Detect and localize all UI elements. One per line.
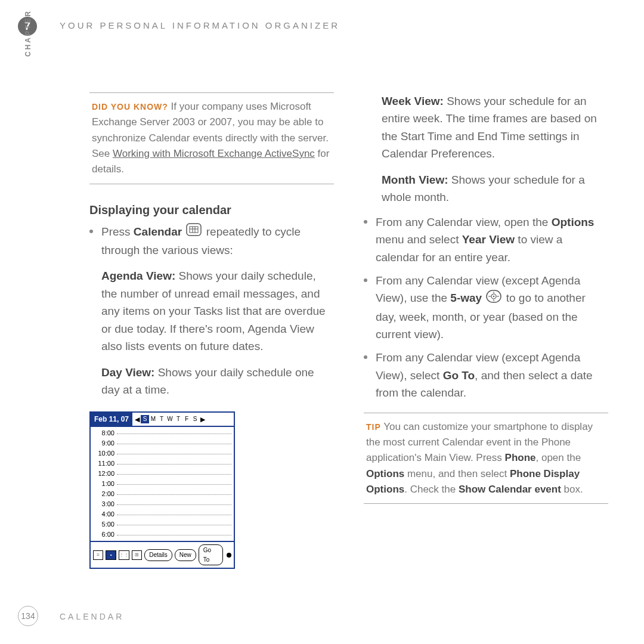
list-item: From any Calendar view (except Agenda Vi… — [364, 272, 608, 343]
left-column: DID YOU KNOW? If your company uses Micro… — [89, 92, 334, 569]
day-cell[interactable]: W — [166, 415, 174, 423]
calendar-button-icon — [186, 223, 202, 241]
view-icon[interactable]: • — [106, 550, 116, 560]
time-label: 3:00 — [93, 499, 117, 509]
nav-bold-1: 5-way — [450, 292, 482, 304]
time-label: 1:00 — [93, 479, 117, 489]
next-arrow-icon[interactable]: ▶ — [199, 414, 206, 425]
year-bold-2: Year View — [462, 233, 515, 246]
chapter-side-label: CHAPTER — [24, 3, 32, 57]
goto-bold-1: Go To — [443, 369, 475, 382]
day-cell[interactable]: T — [157, 415, 166, 423]
page-number: 134 — [18, 606, 38, 626]
time-label: 9:00 — [93, 438, 117, 448]
tip-b1: Phone — [505, 452, 536, 463]
svg-rect-0 — [187, 224, 201, 236]
new-button[interactable]: New — [175, 549, 196, 561]
bullet-icon — [364, 278, 367, 282]
week-bold: Week View: — [382, 95, 444, 107]
day-cell[interactable]: S — [191, 415, 199, 423]
bullet-icon — [364, 355, 367, 359]
time-label: 4:00 — [93, 509, 117, 519]
tip-t4: . Check the — [404, 484, 459, 495]
tip-callout: TIP You can customize your smartphone to… — [364, 413, 608, 504]
bullet-icon — [364, 220, 367, 224]
header-title: YOUR PERSONAL INFORMATION ORGANIZER — [60, 20, 340, 30]
list-item: Press Calendar repeatedly to cycle throu… — [89, 223, 334, 399]
five-way-icon — [486, 290, 501, 308]
tip-t5: box. — [561, 484, 583, 495]
details-button[interactable]: Details — [144, 549, 172, 561]
day-view-screenshot: Feb 11, 07 ◀ S M T W T F S ▶ 8:00 9:00 1… — [89, 411, 235, 569]
indicator-dot-icon — [227, 553, 231, 558]
view-icon[interactable]: ≡ — [93, 550, 103, 560]
time-label: 5:00 — [93, 519, 117, 530]
list-item: From any Calendar view (except Agenda Vi… — [364, 349, 608, 401]
tip-label: TIP — [366, 422, 381, 432]
footer-label: CALENDAR — [60, 612, 124, 621]
time-label: 11:00 — [93, 459, 117, 469]
screenshot-body: 8:00 9:00 10:00 11:00 12:00 1:00 2:00 3:… — [91, 427, 234, 541]
year-text-1: From any Calendar view, open the — [376, 216, 552, 228]
svg-rect-1 — [190, 227, 198, 233]
day-cell[interactable]: T — [174, 415, 182, 423]
month-bold: Month View: — [382, 174, 448, 186]
day-cell[interactable]: F — [182, 415, 191, 423]
time-label: 2:00 — [93, 489, 117, 499]
year-bold-1: Options — [552, 216, 595, 228]
tip-b4: Show Calendar event — [459, 484, 561, 495]
goto-button[interactable]: Go To — [199, 544, 224, 565]
did-you-know-callout: DID YOU KNOW? If your company uses Micro… — [89, 92, 334, 184]
bullet-icon — [89, 230, 93, 233]
day-cell[interactable]: S — [141, 415, 149, 423]
day-bold: Day View: — [101, 366, 154, 379]
svg-point-7 — [493, 296, 494, 297]
tip-b2: Options — [366, 468, 404, 479]
tip-t2: , open the — [536, 452, 581, 463]
prev-arrow-icon[interactable]: ◀ — [134, 414, 141, 425]
time-label: 6:00 — [93, 530, 117, 540]
section-heading: Displaying your calendar — [89, 201, 334, 219]
tip-t3: menu, and then select — [404, 468, 510, 479]
time-label: 8:00 — [93, 428, 117, 438]
press-text-1: Press — [101, 225, 134, 238]
dyk-link[interactable]: Working with Microsoft Exchange ActiveSy… — [113, 148, 315, 159]
press-bold: Calendar — [134, 225, 182, 238]
day-cell[interactable]: M — [149, 415, 157, 423]
agenda-bold: Agenda View: — [101, 270, 175, 282]
time-label: 12:00 — [93, 469, 117, 479]
dyk-label: DID YOU KNOW? — [92, 102, 168, 112]
view-icon[interactable]: ⋮⋮ — [119, 550, 129, 560]
year-text-2: menu and select — [376, 233, 462, 246]
screenshot-date: Feb 11, 07 — [91, 413, 132, 426]
right-column: Week View: Shows your schedule for an en… — [364, 92, 608, 569]
view-icon[interactable]: ⊞ — [132, 550, 142, 560]
time-label: 10:00 — [93, 448, 117, 459]
list-item: From any Calendar view, open the Options… — [364, 213, 608, 266]
